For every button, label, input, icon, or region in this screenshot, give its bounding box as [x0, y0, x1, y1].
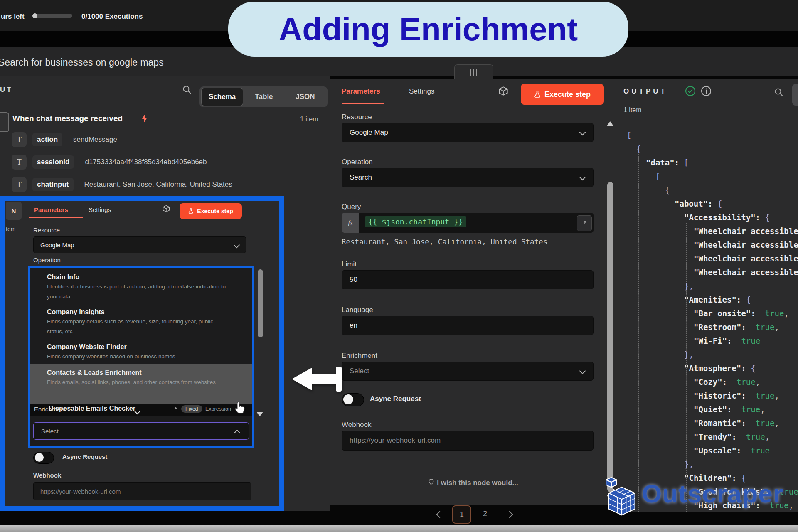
tab-schema[interactable]: Schema	[201, 88, 243, 106]
dropdown-option[interactable]: Contacts & Leads EnrichmentFinds emails,…	[30, 364, 252, 404]
fixed-toggle[interactable]: Fixed	[181, 405, 202, 413]
wish-text: I wish this node would...	[437, 479, 518, 487]
mini-resource-select[interactable]: Google Map	[33, 236, 246, 253]
dropdown-partial-row[interactable]: Enrichment Disposable Emails Checker Fix…	[30, 404, 252, 416]
json-line: "Amenities": {	[684, 294, 751, 305]
mini-scroll-down-arrow[interactable]	[256, 412, 263, 416]
json-line: "Upscale": true	[694, 445, 770, 456]
json-line: "Wheelchair accessible e	[694, 226, 798, 236]
operation-dropdown: Chain InfoIdentifies if a business is pa…	[30, 268, 252, 404]
chat-trigger-node-icon	[0, 112, 9, 132]
taskbar	[0, 525, 798, 532]
modified-dot	[175, 407, 177, 409]
scroll-up-arrow[interactable]	[607, 121, 613, 126]
resource-select[interactable]: Google Map	[342, 123, 594, 142]
node-details-panel: Parameters Settings Execute step Resourc…	[330, 79, 617, 505]
pagination-next-icon[interactable]	[506, 511, 513, 518]
expand-expression-icon[interactable]	[577, 215, 592, 231]
trigger-node-title[interactable]: When chat message received	[12, 114, 123, 123]
field-name: chatInput	[32, 178, 74, 191]
pagination-prev-icon[interactable]	[436, 511, 443, 518]
annotation-box-dropdown: Chain InfoIdentifies if a business is pa…	[28, 266, 254, 448]
json-line: "Wheelchair accessible r	[694, 253, 798, 264]
mini-scrollbar-thumb[interactable]	[258, 269, 263, 337]
mini-operation-label: Operation	[33, 256, 61, 264]
async-request-label: Async Request	[370, 395, 421, 403]
json-line: "Wheelchair accessible p	[694, 239, 798, 250]
schema-row[interactable]: TactionsendMessage	[0, 131, 330, 149]
outscraper-cube-icon	[605, 476, 638, 516]
option-description: Finds emails, social links, phones, and …	[47, 377, 230, 387]
field-value: Restaurant, San Jose, California, United…	[84, 180, 232, 189]
panel-drag-handle[interactable]	[454, 64, 493, 80]
tab-settings[interactable]: Settings	[409, 87, 434, 96]
mini-select-placeholder: Select	[41, 428, 59, 435]
node-docs-cube-icon[interactable]	[162, 204, 170, 213]
dropdown-option[interactable]: Chain InfoIdentifies if a business is pa…	[30, 268, 252, 303]
indent-guide	[677, 209, 677, 512]
language-value: en	[350, 321, 357, 330]
scrollbar-thumb[interactable]	[607, 182, 613, 492]
json-line: },	[684, 281, 694, 291]
json-line: "Wi-Fi": true	[694, 335, 760, 346]
limit-input[interactable]: 50	[342, 270, 594, 289]
option-title: Contacts & Leads Enrichment	[47, 368, 252, 377]
json-line: "about": {	[675, 198, 722, 209]
tab-parameters[interactable]: Parameters	[342, 87, 380, 96]
search-icon[interactable]	[182, 85, 192, 95]
mini-webhook-placeholder: https://your-webhook-url.com	[40, 488, 121, 495]
json-line: {	[665, 185, 670, 195]
enrichment-value: Select	[350, 367, 369, 375]
string-type-icon: T	[12, 177, 27, 192]
mini-webhook-input[interactable]: https://your-webhook-url.com	[33, 482, 251, 500]
execute-step-label: Execute step	[544, 90, 591, 99]
limit-label: Limit	[342, 260, 357, 268]
schema-row[interactable]: TchatInputRestaurant, San Jose, Californ…	[0, 175, 330, 194]
expression-toggle[interactable]: Expression	[205, 406, 231, 412]
mini-tab-parameters[interactable]: Parameters	[34, 206, 68, 213]
mini-tab-settings[interactable]: Settings	[89, 206, 111, 213]
mini-async-request-toggle[interactable]	[33, 452, 54, 464]
operation-label: Operation	[342, 158, 373, 166]
executions-counter: 0/1000 Executions	[81, 12, 143, 21]
json-tree: [{"data": [[{"about": {"Accessibility": …	[617, 79, 798, 512]
usage-progress-bar	[32, 14, 72, 18]
indent-guide	[629, 140, 629, 512]
chevron-down-icon	[234, 242, 240, 249]
mini-resource-value: Google Map	[40, 241, 74, 249]
pagination-page-1[interactable]: 1	[452, 505, 471, 524]
pagination-page-2[interactable]: 2	[483, 510, 487, 518]
mini-enrichment-select[interactable]: Select	[33, 422, 249, 440]
title-banner: Adding Enrichment	[228, 2, 628, 57]
indent-guide	[638, 154, 639, 512]
node-docs-cube-icon[interactable]	[498, 86, 509, 96]
execute-step-button[interactable]: Execute step	[521, 84, 604, 105]
string-type-icon: T	[12, 132, 27, 147]
chevron-down-icon	[579, 174, 586, 181]
json-line: {	[636, 143, 641, 154]
flask-icon	[534, 91, 541, 98]
json-line: "data": [	[646, 157, 689, 168]
chevron-up-icon	[234, 430, 241, 436]
dropdown-option[interactable]: Company Website FinderFinds company webs…	[30, 338, 252, 364]
active-tab-underline	[342, 103, 384, 104]
enrichment-label: Enrichment	[342, 352, 377, 360]
enrichment-select[interactable]: Select	[342, 362, 594, 381]
flask-icon	[188, 208, 193, 214]
lightning-icon	[141, 114, 148, 123]
schema-row[interactable]: TsessionIdd1753334aa4f438f85d34ebd405eb6…	[0, 153, 330, 171]
node-feedback-link[interactable]: I wish this node would...	[330, 479, 617, 487]
tab-json[interactable]: JSON	[285, 88, 326, 106]
async-request-toggle[interactable]	[342, 393, 364, 406]
operation-select[interactable]: Search	[342, 168, 594, 187]
tab-table[interactable]: Table	[243, 88, 284, 106]
dropdown-option[interactable]: Company InsightsFinds company details su…	[30, 303, 252, 338]
clipped-item-count: tem	[6, 226, 15, 232]
screen: urs left 0/1000 Executions Search for bu…	[0, 0, 798, 532]
mini-execute-step-button[interactable]: Execute step	[180, 203, 242, 219]
query-expression-input[interactable]: fx {{ $json.chatInput }}	[342, 213, 594, 233]
indent-guide	[667, 195, 667, 512]
language-input[interactable]: en	[342, 316, 594, 335]
webhook-input[interactable]: https://your-webhook-url.com	[342, 431, 594, 451]
hours-left-label: urs left	[1, 12, 25, 21]
